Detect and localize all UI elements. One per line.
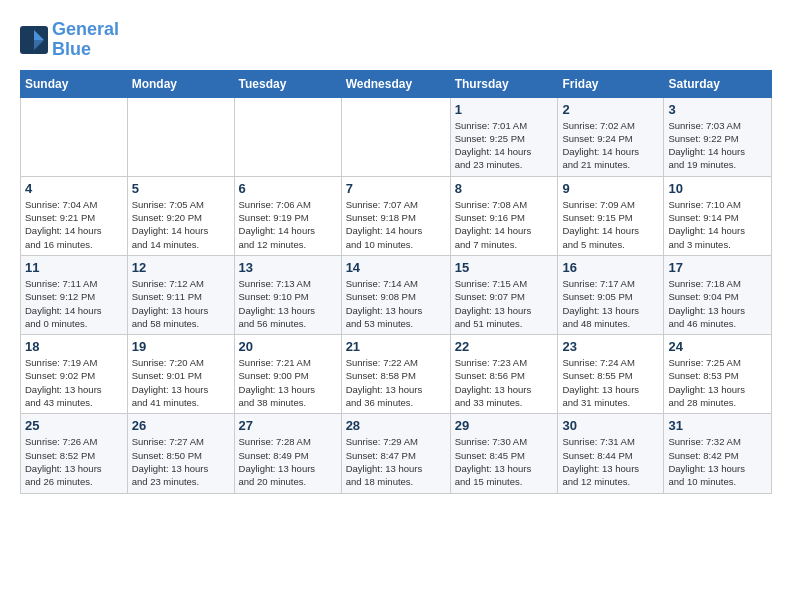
- calendar-cell: 12Sunrise: 7:12 AM Sunset: 9:11 PM Dayli…: [127, 255, 234, 334]
- day-info: Sunrise: 7:15 AM Sunset: 9:07 PM Dayligh…: [455, 277, 554, 330]
- day-info: Sunrise: 7:12 AM Sunset: 9:11 PM Dayligh…: [132, 277, 230, 330]
- day-info: Sunrise: 7:11 AM Sunset: 9:12 PM Dayligh…: [25, 277, 123, 330]
- logo: General Blue: [20, 20, 119, 60]
- calendar-cell: 2Sunrise: 7:02 AM Sunset: 9:24 PM Daylig…: [558, 97, 664, 176]
- calendar-cell: 6Sunrise: 7:06 AM Sunset: 9:19 PM Daylig…: [234, 176, 341, 255]
- day-info: Sunrise: 7:26 AM Sunset: 8:52 PM Dayligh…: [25, 435, 123, 488]
- day-info: Sunrise: 7:14 AM Sunset: 9:08 PM Dayligh…: [346, 277, 446, 330]
- day-number: 2: [562, 102, 659, 117]
- day-number: 13: [239, 260, 337, 275]
- calendar-cell: 22Sunrise: 7:23 AM Sunset: 8:56 PM Dayli…: [450, 335, 558, 414]
- calendar-cell: 20Sunrise: 7:21 AM Sunset: 9:00 PM Dayli…: [234, 335, 341, 414]
- calendar-cell: 28Sunrise: 7:29 AM Sunset: 8:47 PM Dayli…: [341, 414, 450, 493]
- day-number: 23: [562, 339, 659, 354]
- calendar-cell: 10Sunrise: 7:10 AM Sunset: 9:14 PM Dayli…: [664, 176, 772, 255]
- day-number: 29: [455, 418, 554, 433]
- day-number: 18: [25, 339, 123, 354]
- day-number: 11: [25, 260, 123, 275]
- day-number: 16: [562, 260, 659, 275]
- day-number: 12: [132, 260, 230, 275]
- calendar-cell: 25Sunrise: 7:26 AM Sunset: 8:52 PM Dayli…: [21, 414, 128, 493]
- calendar-cell: 14Sunrise: 7:14 AM Sunset: 9:08 PM Dayli…: [341, 255, 450, 334]
- day-number: 9: [562, 181, 659, 196]
- day-number: 22: [455, 339, 554, 354]
- day-info: Sunrise: 7:07 AM Sunset: 9:18 PM Dayligh…: [346, 198, 446, 251]
- weekday-header-saturday: Saturday: [664, 70, 772, 97]
- day-info: Sunrise: 7:29 AM Sunset: 8:47 PM Dayligh…: [346, 435, 446, 488]
- calendar-cell: 3Sunrise: 7:03 AM Sunset: 9:22 PM Daylig…: [664, 97, 772, 176]
- weekday-header-tuesday: Tuesday: [234, 70, 341, 97]
- calendar-week-4: 18Sunrise: 7:19 AM Sunset: 9:02 PM Dayli…: [21, 335, 772, 414]
- day-info: Sunrise: 7:23 AM Sunset: 8:56 PM Dayligh…: [455, 356, 554, 409]
- day-info: Sunrise: 7:08 AM Sunset: 9:16 PM Dayligh…: [455, 198, 554, 251]
- day-info: Sunrise: 7:05 AM Sunset: 9:20 PM Dayligh…: [132, 198, 230, 251]
- day-number: 17: [668, 260, 767, 275]
- day-info: Sunrise: 7:06 AM Sunset: 9:19 PM Dayligh…: [239, 198, 337, 251]
- calendar-cell: [341, 97, 450, 176]
- day-info: Sunrise: 7:28 AM Sunset: 8:49 PM Dayligh…: [239, 435, 337, 488]
- day-info: Sunrise: 7:17 AM Sunset: 9:05 PM Dayligh…: [562, 277, 659, 330]
- calendar-cell: 31Sunrise: 7:32 AM Sunset: 8:42 PM Dayli…: [664, 414, 772, 493]
- day-info: Sunrise: 7:04 AM Sunset: 9:21 PM Dayligh…: [25, 198, 123, 251]
- calendar-cell: 8Sunrise: 7:08 AM Sunset: 9:16 PM Daylig…: [450, 176, 558, 255]
- calendar-week-3: 11Sunrise: 7:11 AM Sunset: 9:12 PM Dayli…: [21, 255, 772, 334]
- calendar-cell: 13Sunrise: 7:13 AM Sunset: 9:10 PM Dayli…: [234, 255, 341, 334]
- calendar-cell: 19Sunrise: 7:20 AM Sunset: 9:01 PM Dayli…: [127, 335, 234, 414]
- day-info: Sunrise: 7:22 AM Sunset: 8:58 PM Dayligh…: [346, 356, 446, 409]
- day-number: 5: [132, 181, 230, 196]
- calendar-cell: 29Sunrise: 7:30 AM Sunset: 8:45 PM Dayli…: [450, 414, 558, 493]
- calendar-cell: 16Sunrise: 7:17 AM Sunset: 9:05 PM Dayli…: [558, 255, 664, 334]
- calendar-cell: 26Sunrise: 7:27 AM Sunset: 8:50 PM Dayli…: [127, 414, 234, 493]
- weekday-header-wednesday: Wednesday: [341, 70, 450, 97]
- day-info: Sunrise: 7:27 AM Sunset: 8:50 PM Dayligh…: [132, 435, 230, 488]
- day-number: 19: [132, 339, 230, 354]
- day-info: Sunrise: 7:19 AM Sunset: 9:02 PM Dayligh…: [25, 356, 123, 409]
- weekday-header-monday: Monday: [127, 70, 234, 97]
- day-number: 26: [132, 418, 230, 433]
- weekday-header-row: SundayMondayTuesdayWednesdayThursdayFrid…: [21, 70, 772, 97]
- weekday-header-sunday: Sunday: [21, 70, 128, 97]
- day-number: 6: [239, 181, 337, 196]
- calendar-cell: 15Sunrise: 7:15 AM Sunset: 9:07 PM Dayli…: [450, 255, 558, 334]
- day-number: 8: [455, 181, 554, 196]
- weekday-header-thursday: Thursday: [450, 70, 558, 97]
- day-info: Sunrise: 7:13 AM Sunset: 9:10 PM Dayligh…: [239, 277, 337, 330]
- calendar-cell: 17Sunrise: 7:18 AM Sunset: 9:04 PM Dayli…: [664, 255, 772, 334]
- calendar-cell: 27Sunrise: 7:28 AM Sunset: 8:49 PM Dayli…: [234, 414, 341, 493]
- day-number: 15: [455, 260, 554, 275]
- logo-icon: [20, 26, 48, 54]
- calendar-cell: 7Sunrise: 7:07 AM Sunset: 9:18 PM Daylig…: [341, 176, 450, 255]
- calendar-week-5: 25Sunrise: 7:26 AM Sunset: 8:52 PM Dayli…: [21, 414, 772, 493]
- day-number: 31: [668, 418, 767, 433]
- day-info: Sunrise: 7:30 AM Sunset: 8:45 PM Dayligh…: [455, 435, 554, 488]
- day-number: 3: [668, 102, 767, 117]
- calendar-cell: 23Sunrise: 7:24 AM Sunset: 8:55 PM Dayli…: [558, 335, 664, 414]
- day-number: 28: [346, 418, 446, 433]
- day-number: 7: [346, 181, 446, 196]
- day-info: Sunrise: 7:03 AM Sunset: 9:22 PM Dayligh…: [668, 119, 767, 172]
- day-info: Sunrise: 7:32 AM Sunset: 8:42 PM Dayligh…: [668, 435, 767, 488]
- day-info: Sunrise: 7:21 AM Sunset: 9:00 PM Dayligh…: [239, 356, 337, 409]
- day-info: Sunrise: 7:02 AM Sunset: 9:24 PM Dayligh…: [562, 119, 659, 172]
- day-number: 14: [346, 260, 446, 275]
- day-number: 10: [668, 181, 767, 196]
- day-info: Sunrise: 7:18 AM Sunset: 9:04 PM Dayligh…: [668, 277, 767, 330]
- calendar-table: SundayMondayTuesdayWednesdayThursdayFrid…: [20, 70, 772, 494]
- day-number: 4: [25, 181, 123, 196]
- calendar-cell: 1Sunrise: 7:01 AM Sunset: 9:25 PM Daylig…: [450, 97, 558, 176]
- day-info: Sunrise: 7:01 AM Sunset: 9:25 PM Dayligh…: [455, 119, 554, 172]
- calendar-cell: 4Sunrise: 7:04 AM Sunset: 9:21 PM Daylig…: [21, 176, 128, 255]
- day-info: Sunrise: 7:09 AM Sunset: 9:15 PM Dayligh…: [562, 198, 659, 251]
- day-info: Sunrise: 7:25 AM Sunset: 8:53 PM Dayligh…: [668, 356, 767, 409]
- day-number: 20: [239, 339, 337, 354]
- day-number: 24: [668, 339, 767, 354]
- day-info: Sunrise: 7:20 AM Sunset: 9:01 PM Dayligh…: [132, 356, 230, 409]
- day-number: 30: [562, 418, 659, 433]
- calendar-cell: 11Sunrise: 7:11 AM Sunset: 9:12 PM Dayli…: [21, 255, 128, 334]
- calendar-cell: [127, 97, 234, 176]
- calendar-cell: [234, 97, 341, 176]
- day-number: 21: [346, 339, 446, 354]
- day-number: 1: [455, 102, 554, 117]
- calendar-cell: 5Sunrise: 7:05 AM Sunset: 9:20 PM Daylig…: [127, 176, 234, 255]
- calendar-week-1: 1Sunrise: 7:01 AM Sunset: 9:25 PM Daylig…: [21, 97, 772, 176]
